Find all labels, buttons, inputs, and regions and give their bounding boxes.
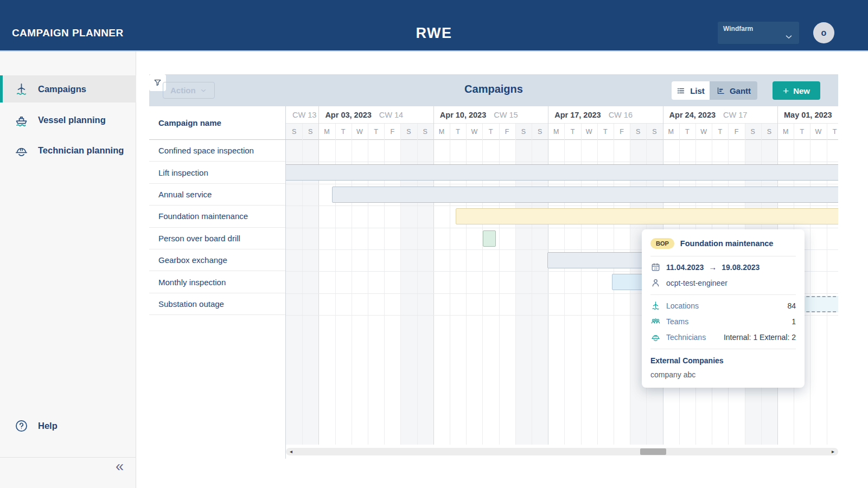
day-letter: W	[695, 124, 712, 140]
sidebar-item-label: Campaigns	[38, 84, 86, 94]
calendar-week-label: CW 13	[292, 111, 316, 119]
gantt-bar[interactable]	[286, 164, 838, 181]
day-letter: S	[515, 124, 532, 140]
stat-value: 1	[792, 317, 796, 326]
sidebar-collapse-button[interactable]: «	[116, 459, 124, 474]
campaign-name-column-header: Campaign name	[149, 106, 286, 140]
sidebar-item-vessel-planning[interactable]: Vessel planning	[0, 106, 136, 133]
campaign-row-confined-space-inspection[interactable]: Confined space inspection	[149, 140, 285, 162]
stat-label: Locations	[666, 301, 699, 310]
tooltip-header: BOP Foundation maintenance	[642, 229, 805, 256]
day-letter: T	[597, 124, 614, 140]
campaign-row-substation-outage[interactable]: Substation outage	[149, 293, 285, 315]
action-dropdown-button[interactable]: Action	[163, 82, 215, 99]
campaign-row-monthly-inspection[interactable]: Monthly inspection	[149, 271, 285, 293]
day-letter: W	[581, 124, 597, 140]
helmet-icon	[650, 332, 661, 342]
campaign-row-person-over-board-drill[interactable]: Person over board drill	[149, 228, 285, 249]
row-grid-line	[286, 228, 838, 228]
sidebar-item-technician-planning[interactable]: Technician planning	[0, 137, 136, 164]
helmet-icon	[14, 143, 29, 158]
calendar-week-label: CW 17	[723, 111, 747, 119]
day-letter: S	[630, 124, 646, 140]
day-letter: M	[663, 124, 679, 140]
week-date-label: Apr 24, 2023	[669, 111, 716, 119]
page-title: Campaigns	[464, 83, 523, 95]
row-grid-line	[286, 162, 838, 162]
day-letter: M	[318, 124, 335, 140]
ship-icon	[14, 113, 29, 127]
stat-label: Technicians	[666, 333, 706, 342]
campaign-name: Annual service	[158, 190, 212, 199]
week-header: Apr 03, 2023CW 14	[318, 106, 433, 124]
campaign-name: Gearbox exchange	[158, 255, 227, 265]
week-header: May 01, 2023CW 18	[777, 106, 838, 124]
campaign-tooltip: BOP Foundation maintenance 23 11.04.2023…	[642, 229, 805, 388]
campaign-row-annual-service[interactable]: Annual service	[149, 184, 285, 206]
week-boundary-line	[433, 106, 434, 445]
campaign-type-badge: BOP	[650, 238, 674, 249]
week-boundary-line	[548, 106, 548, 445]
sidebar-item-label: Technician planning	[38, 145, 124, 156]
sidebar: CampaignsVessel planningTechnician plann…	[0, 52, 136, 488]
campaign-name: Lift inspection	[158, 168, 208, 177]
gantt-bar[interactable]	[483, 230, 496, 247]
sidebar-item-help[interactable]: Help	[0, 412, 136, 439]
week-date-label: May 01, 2023	[784, 111, 832, 119]
new-campaign-button[interactable]: + New	[773, 81, 820, 100]
campaign-row-foundation-maintenance[interactable]: Foundation maintenance	[149, 206, 285, 227]
list-button-label: List	[690, 86, 705, 95]
day-letter: W	[352, 124, 368, 140]
day-letter: S	[745, 124, 761, 140]
calendar-week-label: CW 15	[494, 111, 518, 119]
campaign-name: Foundation maintenance	[158, 211, 248, 221]
list-view-button[interactable]: List	[672, 81, 710, 100]
end-date: 19.08.2023	[722, 263, 760, 272]
row-grid-line	[286, 184, 838, 184]
external-companies-list: company abc	[642, 368, 805, 379]
tooltip-stats-section: Locations84Teams1TechniciansInternal: 1 …	[642, 295, 805, 349]
top-navigation-bar: CAMPAIGN PLANNER RWE Windfarm o	[0, 0, 868, 52]
day-letter: T	[794, 124, 810, 140]
day-letter: T	[712, 124, 728, 140]
campaign-name: Person over board drill	[158, 234, 240, 243]
sidebar-divider	[0, 457, 136, 458]
scrollbar-thumb[interactable]	[640, 448, 666, 455]
person-icon	[650, 278, 661, 288]
day-letter: W	[466, 124, 482, 140]
tooltip-stat-teams: Teams1	[650, 316, 796, 326]
gantt-button-label: Gantt	[730, 86, 751, 95]
gantt-icon	[716, 86, 725, 95]
week-header: Apr 17, 2023CW 16	[548, 106, 662, 124]
gantt-view-button[interactable]: Gantt	[710, 81, 757, 100]
stat-label: Teams	[666, 317, 688, 326]
row-grid-line	[286, 206, 838, 206]
day-letter: S	[417, 124, 433, 140]
chevron-down-icon	[784, 32, 794, 42]
turbine-icon	[14, 82, 29, 97]
campaign-name: Substation outage	[158, 299, 224, 309]
external-companies-label: External Companies	[642, 349, 805, 368]
calendar-icon: 23	[650, 262, 661, 272]
campaign-row-gearbox-exchange[interactable]: Gearbox exchange	[149, 249, 285, 271]
avatar-initial: o	[821, 28, 827, 38]
campaign-row-lift-inspection[interactable]: Lift inspection	[149, 162, 285, 183]
day-letter: T	[679, 124, 695, 140]
campaign-name: Confined space inspection	[158, 146, 254, 155]
user-avatar[interactable]: o	[813, 22, 834, 43]
gantt-bar[interactable]	[456, 208, 838, 224]
day-letter: T	[368, 124, 384, 140]
windfarm-select[interactable]: Windfarm	[718, 22, 799, 44]
week-header: CW 13	[286, 106, 318, 124]
scroll-left-arrow-icon[interactable]: ◂	[290, 449, 292, 454]
campaigns-panel-header: Action Campaigns List Gantt + New	[149, 74, 838, 106]
sidebar-item-campaigns[interactable]: Campaigns	[0, 75, 136, 102]
sidebar-item-label: Help	[38, 421, 58, 431]
day-letter: F	[499, 124, 515, 140]
gantt-horizontal-scrollbar[interactable]	[286, 448, 838, 455]
tooltip-title: Foundation maintenance	[680, 239, 774, 248]
windfarm-select-value: Windfarm	[723, 25, 753, 33]
scroll-right-arrow-icon[interactable]: ▸	[832, 449, 834, 454]
rwe-logo: RWE	[416, 25, 452, 42]
gantt-bar[interactable]	[332, 187, 838, 203]
